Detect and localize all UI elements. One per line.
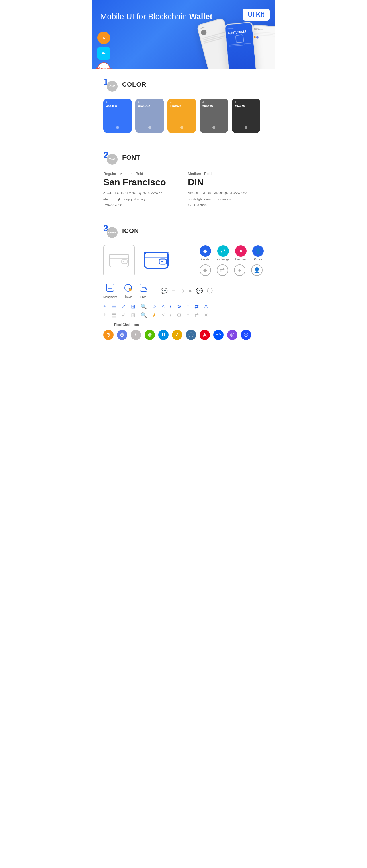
icon-grid-main: ◆ Assets ⇄ Exchange ● Discover 👤 Profile… [103, 245, 264, 276]
swatch-orange: # F5A623 [167, 98, 196, 133]
assets-icon-item: ◆ Assets [200, 245, 211, 261]
doc-icon: ▤ [112, 303, 116, 310]
font-sf: Regular · Medium · Bold San Francisco AB… [103, 172, 179, 209]
discover-icon-item: ● Discover [235, 245, 247, 261]
hero-title-regular: Mobile UI for Blockchain [101, 12, 189, 21]
chat-icon: 💬 [161, 288, 168, 294]
font-sf-numbers: 1234567890 [103, 203, 179, 208]
svg-rect-1 [110, 254, 129, 258]
management-icon [106, 283, 114, 294]
close-icon: ✕ [204, 303, 208, 310]
ui-kit-badge: UI Kit [243, 9, 270, 21]
swatch-gray: # 666666 [200, 98, 228, 133]
swatch-dark: # 303030 [232, 98, 260, 133]
hero-title-bold: Wallet [189, 12, 213, 21]
icon-number-wrapper: 3 THREE [103, 224, 117, 238]
svg-marker-20 [120, 332, 124, 336]
skycoin-icon [241, 330, 251, 340]
wallet-icon-solid [140, 245, 172, 276]
upload-outline-icon: ↑ [187, 312, 189, 318]
order-icon [139, 283, 148, 294]
ps-badge: Ps [97, 47, 110, 60]
gray-icons-row: 💬 ≡ ☽ ● 💬 ⓘ [161, 287, 213, 295]
svg-text:N: N [149, 334, 150, 337]
color-number-circle: ONE [107, 81, 117, 92]
plus-icon: + [103, 303, 106, 309]
search-icon: 🔍 [140, 303, 147, 310]
settings-outline-icon: ⚙ [177, 312, 181, 318]
hero-section: Mobile UI for Blockchain Wallet UI Kit S… [92, 0, 275, 69]
back-icon: < [162, 303, 165, 309]
crypto-icons-row: ₿ Ł N D Z [103, 330, 264, 346]
font-number-circle: TWO [107, 154, 117, 165]
profile-icon: 👤 [252, 245, 264, 257]
dash-icon: D [158, 330, 169, 340]
phone-mockups: Profile myWallet 6,297,502.12 6,297,502.… [204, 26, 275, 69]
assets-outline-icon: ◆ [200, 265, 211, 276]
font-sf-lower: abcdefghijklmnopqrstuvwxyz [103, 197, 179, 202]
colored-icons-row1: ◆ Assets ⇄ Exchange ● Discover 👤 Profile [200, 245, 264, 261]
profile-outline-icon: 👤 [251, 265, 263, 276]
blockchain-text: BlockChain Icon [114, 323, 139, 327]
phone-2: myWallet 6,297,502.12 [224, 22, 257, 69]
management-history-order-icons: Mangment ! History [103, 283, 264, 299]
history-icon: ! [124, 284, 133, 293]
svg-rect-0 [110, 254, 129, 267]
icon-section-title: ICON [122, 227, 139, 235]
sketch-badge: S [97, 32, 110, 44]
svg-text:M: M [231, 334, 233, 336]
grid-icon: ⊞ [131, 303, 135, 310]
moon-icon: ☽ [179, 288, 185, 294]
discover-icon: ● [235, 245, 247, 257]
exchange-outline-icon: ⇄ [217, 265, 228, 276]
small-icons-row1: + ▤ ✓ ⊞ 🔍 ☆ < ⟨ ⚙ ↑ ⇄ ✕ [103, 303, 264, 310]
back-outline-icon: < [162, 312, 165, 318]
blockchain-label: BlockChain Icon [103, 323, 264, 327]
color-section: 1 ONE COLOR # 3574FA # 8DA0C8 # F5A623 #… [92, 69, 275, 142]
colored-icons-group: ◆ Assets ⇄ Exchange ● Discover 👤 Profile… [200, 245, 264, 276]
font-sf-style: Regular · Medium · Bold [103, 172, 179, 176]
font-section: 2 TWO FONT Regular · Medium · Bold San F… [92, 142, 275, 218]
neo-icon: N [144, 330, 155, 340]
ark-icon [200, 330, 210, 340]
grid-outline-icon: ⊞ [131, 312, 135, 318]
color-swatches: # 3574FA # 8DA0C8 # F5A623 # 666666 # 30… [103, 98, 264, 133]
circle-icon: ● [188, 288, 192, 294]
hero-title: Mobile UI for Blockchain Wallet [101, 11, 266, 22]
profile-icon-item: 👤 Profile [252, 245, 264, 261]
small-icons-row2: + ▤ ✓ ⊞ 🔍 ★ < ⟨ ⚙ ↑ ⇄ ✕ [103, 312, 264, 318]
font-din-style: Medium · Bold [188, 172, 264, 176]
color-section-title: COLOR [122, 81, 146, 88]
ltc-icon: Ł [131, 330, 141, 340]
font-section-title: FONT [122, 154, 140, 161]
font-sf-upper: ABCDEFGHIJKLMNOPQRSTUVWXYZ [103, 190, 179, 196]
grid-crypto-icon [186, 330, 196, 340]
exchange-icon: ⇄ [217, 245, 229, 257]
color-number-wrapper: 1 ONE [103, 78, 117, 92]
font-din: Medium · Bold DIN ABCDEFGHIJKLMNOPQRSTUV… [188, 172, 264, 209]
outline-icons-row: ◆ ⇄ ● 👤 [200, 265, 264, 276]
swatch-blue: # 3574FA [103, 98, 132, 133]
font-section-header: 2 TWO FONT [103, 150, 264, 165]
svg-rect-4 [144, 252, 168, 268]
check-icon: ✓ [121, 303, 126, 310]
font-number-wrapper: 2 TWO [103, 150, 117, 165]
swatch-gray-blue: # 8DA0C8 [135, 98, 164, 133]
info-icon: ⓘ [207, 287, 213, 295]
wallet-icon-wireframe [103, 245, 135, 276]
settings-icon: ⚙ [177, 303, 181, 310]
svg-point-3 [123, 261, 124, 262]
svg-text:!: ! [130, 289, 131, 291]
star-active-icon: ★ [152, 312, 157, 318]
waves-icon [213, 330, 224, 340]
share-icon: ⟨ [170, 303, 172, 310]
svg-point-29 [246, 334, 247, 336]
hero-badges: S Ps 60+ Screens [97, 32, 110, 69]
star-icon: ☆ [152, 303, 157, 310]
exchange-icon-item: ⇄ Exchange [217, 245, 229, 261]
font-din-numbers: 1234567890 [188, 203, 264, 208]
font-din-name: DIN [188, 177, 264, 188]
plus-outline-icon: + [103, 312, 106, 318]
order-icon-item: Order [139, 283, 148, 299]
speech-icon: 💬 [196, 288, 203, 294]
